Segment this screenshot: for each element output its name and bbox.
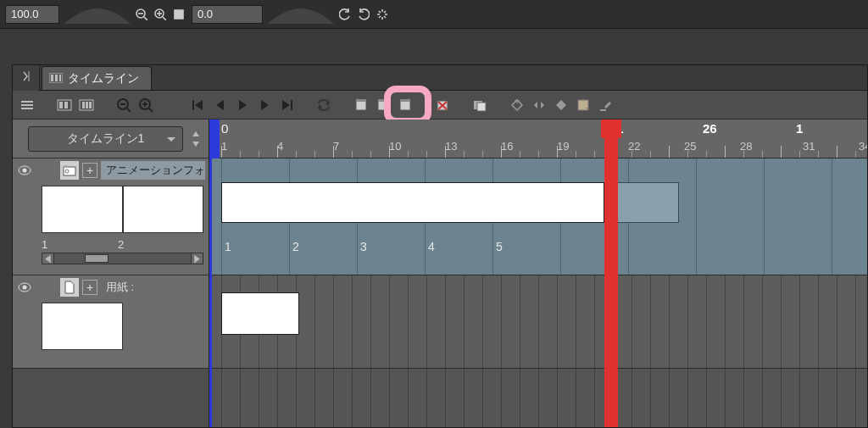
svg-marker-76: [194, 254, 200, 263]
svg-rect-25: [59, 102, 63, 108]
zoom-in-icon[interactable]: [153, 7, 168, 22]
zoom-out-icon[interactable]: [134, 7, 149, 22]
chevron-up-icon[interactable]: [188, 130, 203, 138]
track-header-column: タイムライン1 + アニメーションフォル: [13, 120, 209, 427]
visibility-toggle-icon[interactable]: [16, 282, 33, 292]
play-button[interactable]: [233, 96, 252, 114]
visibility-toggle-icon[interactable]: [16, 165, 33, 175]
prev-frame-button[interactable]: [211, 96, 230, 114]
toolbar-menu-icon[interactable]: [18, 96, 36, 114]
zoom-in-button[interactable]: [136, 96, 155, 114]
svg-line-12: [379, 11, 381, 13]
lane-frame-number: 2: [292, 240, 299, 253]
keyframe-add-icon[interactable]: [508, 96, 526, 114]
cel-thumb-1[interactable]: [42, 186, 123, 233]
new-cel-left-button[interactable]: [352, 96, 370, 114]
zoom-out-button[interactable]: [114, 96, 133, 114]
playhead[interactable]: [604, 120, 618, 427]
tempo-field[interactable]: 100.0: [5, 5, 59, 24]
ruler-frame-number: 4: [277, 140, 283, 153]
loop-button[interactable]: [314, 96, 333, 114]
timeline-lane-paper[interactable]: [209, 275, 867, 369]
scroll-left-icon[interactable]: [42, 253, 54, 264]
add-layer-button[interactable]: +: [82, 280, 97, 295]
chevron-down-icon[interactable]: [188, 140, 203, 148]
svg-rect-52: [400, 99, 410, 102]
go-start-button[interactable]: [189, 96, 208, 114]
svg-marker-68: [192, 131, 199, 136]
clip-view-a-icon[interactable]: [55, 96, 74, 114]
timeline-selector-row: タイムライン1: [13, 120, 209, 158]
delete-cel-button[interactable]: [433, 96, 452, 114]
paper-thumbnails[interactable]: [42, 303, 203, 350]
animation-folder-icon: [60, 161, 79, 180]
svg-rect-47: [356, 101, 366, 110]
timeline-lane-animation[interactable]: 123456: [209, 158, 867, 275]
svg-point-78: [23, 286, 27, 290]
track-label[interactable]: アニメーションフォル: [101, 161, 205, 180]
cel-thumbnails[interactable]: [42, 186, 203, 233]
paper-thumb[interactable]: [42, 303, 123, 350]
lane-frame-number: 5: [496, 240, 503, 253]
tab-label: タイムライン: [68, 71, 139, 86]
svg-line-13: [384, 16, 386, 18]
paper-clip-block[interactable]: [221, 292, 299, 335]
new-cel-button[interactable]: [374, 96, 392, 114]
stop-icon[interactable]: [171, 7, 186, 22]
svg-marker-43: [282, 100, 290, 110]
note-icon[interactable]: [574, 96, 593, 114]
ruler-big-frame: 1: [796, 121, 803, 136]
edit-icon[interactable]: [596, 96, 615, 114]
keyframe-icon[interactable]: [552, 96, 570, 114]
keyframe-nav-icon[interactable]: [530, 96, 548, 114]
expand-panel-icon[interactable]: [22, 70, 31, 85]
svg-rect-44: [291, 100, 292, 110]
track-label[interactable]: 用紙 :: [101, 278, 205, 297]
ruler-frame-number: 25: [684, 140, 696, 153]
timeline-select-dropdown[interactable]: タイムライン1: [28, 126, 183, 152]
next-frame-button[interactable]: [255, 96, 274, 114]
svg-marker-40: [216, 100, 224, 110]
clip-view-b-icon[interactable]: [77, 96, 96, 114]
tab-timeline[interactable]: タイムライン: [42, 66, 152, 90]
track-header-animation-folder[interactable]: + アニメーションフォル 1 2: [13, 158, 209, 275]
waveform-thumb-right: [268, 5, 334, 24]
ruler-frame-number: 22: [628, 140, 640, 153]
ruler-frame-number: 34: [859, 140, 867, 153]
ruler-frame-number: 19: [557, 140, 569, 153]
svg-marker-75: [45, 254, 51, 263]
svg-marker-67: [604, 102, 611, 108]
onion-skin-button[interactable]: [470, 96, 489, 114]
lane-frame-number: 3: [360, 240, 367, 253]
scrollbar-thumb[interactable]: [85, 254, 108, 263]
svg-line-37: [149, 108, 153, 112]
spinner-icon[interactable]: [375, 7, 390, 22]
timeline-stepper[interactable]: [188, 130, 203, 148]
timeline-grid[interactable]: 0 21261 147101316192225283134 123456: [209, 120, 867, 427]
new-cel-right-button[interactable]: [396, 96, 415, 114]
svg-rect-57: [477, 103, 486, 111]
svg-rect-73: [64, 165, 69, 168]
cel-scrollbar[interactable]: [42, 253, 203, 264]
svg-marker-69: [192, 142, 199, 147]
svg-rect-51: [400, 101, 410, 110]
svg-rect-23: [21, 108, 33, 109]
undo-icon[interactable]: [337, 7, 353, 22]
add-cel-button[interactable]: +: [82, 163, 97, 178]
svg-rect-49: [378, 101, 388, 110]
track-header-paper[interactable]: + 用紙 :: [13, 275, 209, 369]
frame-ruler[interactable]: 0 21261 147101316192225283134: [209, 120, 867, 158]
page-icon: [60, 278, 79, 297]
redo-icon[interactable]: [356, 7, 371, 22]
svg-rect-50: [378, 99, 388, 102]
timeline-tab-icon: [49, 72, 63, 86]
go-end-button[interactable]: [277, 96, 296, 114]
lane-frame-number: 1: [225, 240, 231, 253]
cel-thumb-2[interactable]: [123, 186, 204, 233]
cel-clip-block[interactable]: [221, 182, 604, 223]
scroll-right-icon[interactable]: [191, 253, 203, 264]
start-marker-line: [209, 120, 212, 427]
svg-line-6: [163, 17, 166, 20]
position-field[interactable]: 0.0: [192, 5, 263, 24]
svg-marker-39: [195, 100, 203, 110]
